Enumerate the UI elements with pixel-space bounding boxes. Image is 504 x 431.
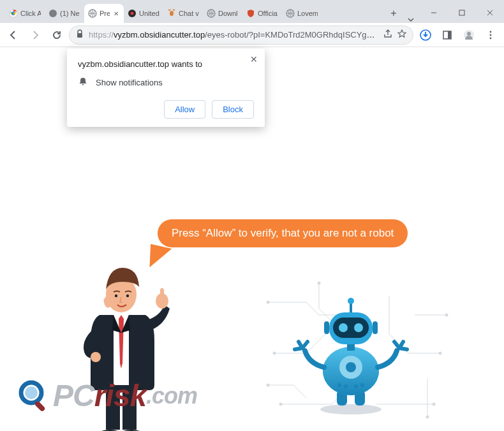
svg-point-53 [354,323,363,332]
svg-point-36 [115,295,117,297]
robot-illustration [287,289,415,417]
favicon-gray-badge-icon [48,9,57,18]
profile-icon[interactable] [459,26,478,45]
speech-bubble: Press “Allow” to verify, that you are no… [158,219,408,247]
browser-tab[interactable]: Pre✕ [84,4,124,23]
window-close-button[interactable] [476,3,504,23]
browser-tab[interactable]: Downl [203,4,242,23]
svg-point-48 [360,383,364,387]
allow-button[interactable]: Allow [164,100,205,119]
svg-point-38 [320,404,382,414]
svg-rect-12 [448,31,451,39]
svg-point-18 [267,301,270,304]
svg-rect-34 [160,288,164,298]
pcrisk-watermark: PC risk .com [16,378,197,413]
window-minimize-button[interactable] [420,3,448,23]
tab-label: (1) Ne [60,10,80,17]
svg-point-21 [439,352,442,355]
bookmark-icon[interactable] [397,29,406,40]
favicon-globe-icon [286,9,295,18]
browser-tab[interactable]: (1) Ne [45,4,84,23]
downloads-icon[interactable] [416,26,435,45]
magnifier-icon [16,379,50,413]
favicon-deer-icon [167,9,176,18]
svg-point-15 [490,31,492,33]
svg-rect-51 [333,318,369,338]
svg-point-45 [337,383,341,387]
nav-back-button[interactable] [4,26,23,45]
svg-point-47 [354,384,358,388]
url-text: https://vyzbm.obsidiancutter.top/eyes-ro… [89,30,378,40]
svg-point-20 [318,282,321,285]
svg-point-59 [25,386,38,399]
tab-label: Pre [100,10,110,17]
svg-rect-54 [324,321,329,334]
svg-point-26 [426,416,429,419]
tab-label: Click A [20,10,41,17]
favicon-globe-icon [88,9,97,18]
svg-rect-9 [77,33,82,38]
tab-overflow-menu[interactable] [402,17,420,23]
browser-tab[interactable]: Chat v [163,4,203,23]
bell-icon [78,77,88,89]
svg-point-14 [467,32,471,36]
svg-rect-8 [459,10,464,15]
svg-point-23 [445,314,448,317]
tab-label: Chat v [179,10,199,17]
address-bar[interactable]: https://vyzbm.obsidiancutter.top/eyes-ro… [69,26,413,45]
window-maximize-button[interactable] [448,3,476,23]
svg-point-52 [339,323,348,332]
favicon-globe-icon [207,9,216,18]
new-tab-button[interactable]: + [385,5,402,22]
svg-point-5 [131,12,134,15]
favicon-shield-icon [246,9,255,18]
tab-label: Lovem [297,10,318,17]
browser-toolbar: https://vyzbm.obsidiancutter.top/eyes-ro… [0,23,504,47]
svg-point-22 [273,352,276,355]
nav-reload-button[interactable] [47,26,66,45]
lock-icon [76,29,84,40]
svg-point-2 [49,10,57,17]
share-icon[interactable] [383,29,392,40]
svg-point-37 [126,295,129,297]
window-controls [420,3,504,23]
watermark-pc: PC [53,378,94,413]
browser-tab[interactable]: Lovem [282,4,322,23]
svg-rect-55 [373,321,378,334]
browser-tab[interactable]: Officia [242,4,282,23]
favicon-chrome-icon [9,9,18,18]
svg-point-57 [348,298,354,304]
tab-close-icon[interactable]: ✕ [112,10,120,17]
watermark-risk: risk [94,378,146,413]
nav-forward-button[interactable] [26,26,45,45]
browser-menu-icon[interactable] [481,26,500,45]
tab-label: Officia [258,10,278,17]
svg-point-27 [267,384,270,387]
favicon-red-dot-icon [128,9,137,18]
side-panel-icon[interactable] [438,26,457,45]
block-button[interactable]: Block [212,100,254,119]
tab-strip: Click A(1) NePre✕UnitedChat vDownlOffici… [0,0,384,23]
watermark-com: .com [146,383,197,409]
svg-point-44 [346,362,356,372]
close-icon[interactable]: ✕ [250,54,258,64]
svg-point-46 [344,384,348,388]
tab-label: United [139,10,159,17]
permission-item-label: Show notifications [96,78,163,87]
speech-bubble-text: Press “Allow” to verify, that you are no… [172,227,394,239]
browser-tab[interactable]: Click A [5,4,45,23]
browser-tab[interactable]: United [124,4,163,23]
svg-point-24 [279,403,283,406]
notification-permission-popup: ✕ vyzbm.obsidiancutter.top wants to Show… [67,48,265,127]
svg-point-25 [433,403,436,406]
permission-title: vyzbm.obsidiancutter.top wants to [78,59,254,69]
window-titlebar: Click A(1) NePre✕UnitedChat vDownlOffici… [0,0,504,23]
tab-label: Downl [218,10,238,17]
svg-point-16 [490,34,492,36]
svg-point-32 [91,352,101,362]
svg-point-17 [490,37,492,39]
